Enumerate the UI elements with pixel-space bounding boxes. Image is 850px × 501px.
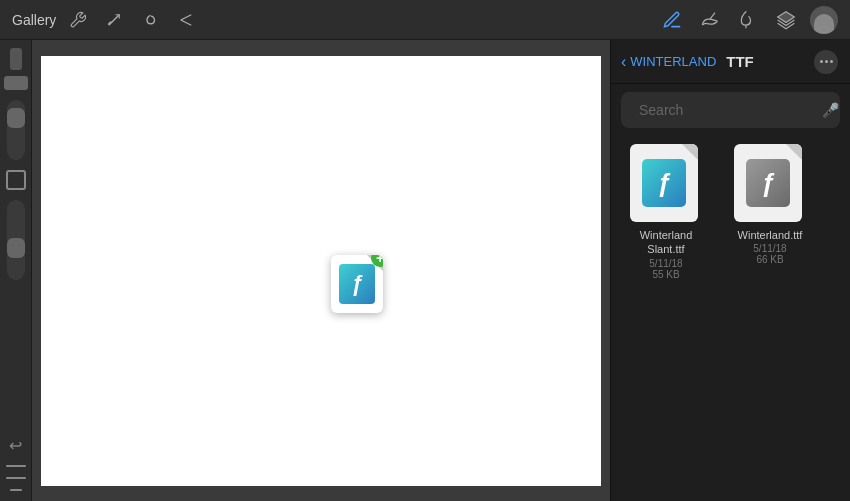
left-sidebar: ↩ <box>0 40 32 501</box>
svg-line-4 <box>710 12 715 19</box>
canvas[interactable] <box>41 56 601 486</box>
wrench-button[interactable] <box>64 6 92 34</box>
dots-circle <box>814 50 838 74</box>
file-date: 5/11/18 <box>649 258 682 269</box>
file-size: 55 KB <box>652 269 679 280</box>
script-icon <box>141 11 159 29</box>
list-item[interactable]: ƒ Winterland.ttf 5/11/18 66 KB <box>725 144 815 280</box>
svg-line-2 <box>181 14 192 19</box>
svg-line-0 <box>109 14 120 25</box>
wand-icon <box>105 11 123 29</box>
file-corner <box>682 144 698 160</box>
layers-icon[interactable] <box>772 6 800 34</box>
brush2-icon[interactable] <box>734 6 762 34</box>
slider1[interactable] <box>7 100 25 160</box>
gallery-button[interactable]: Gallery <box>12 12 56 28</box>
top-toolbar: Gallery <box>0 0 850 40</box>
search-bar: 🎤 <box>621 92 840 128</box>
font-letter-icon: ƒ <box>642 159 686 207</box>
script-button[interactable] <box>136 6 164 34</box>
main-area: ↩ ƒ + ‹ WINTERLAND TTF <box>0 40 850 501</box>
file-grid: ƒ Winterland Slant.ttf 5/11/18 55 KB ƒ W… <box>611 136 850 288</box>
small-rect-tool[interactable] <box>4 76 28 90</box>
font-letter-icon-gray: ƒ <box>746 159 790 207</box>
dragged-file[interactable]: ƒ + <box>327 255 387 325</box>
pen-icon[interactable] <box>658 6 686 34</box>
file-name: Winterland.ttf <box>738 228 803 242</box>
breadcrumb[interactable]: WINTERLAND <box>630 54 716 69</box>
svg-line-3 <box>181 20 192 25</box>
avatar[interactable] <box>810 6 838 34</box>
back-arrow[interactable]: ‹ <box>621 53 626 71</box>
wand-button[interactable] <box>100 6 128 34</box>
dot3 <box>830 60 833 63</box>
svg-marker-6 <box>778 11 795 22</box>
arrow-button[interactable] <box>172 6 200 34</box>
file-corner <box>786 144 802 160</box>
line-divider <box>6 465 26 467</box>
wrench-icon <box>69 11 87 29</box>
line-divider3 <box>10 489 22 491</box>
brush1-icon[interactable] <box>696 6 724 34</box>
right-panel: ‹ WINTERLAND TTF 🎤 <box>610 40 850 501</box>
file-icon-doc: ƒ <box>734 144 802 222</box>
toolbar-right <box>658 6 838 34</box>
search-input[interactable] <box>639 102 814 118</box>
dragged-file-icon: ƒ + <box>331 255 383 313</box>
file-icon-wrap: ƒ <box>630 144 702 224</box>
canvas-area: ƒ + <box>32 40 610 501</box>
line-divider2 <box>6 477 26 479</box>
font-icon: ƒ <box>339 264 375 304</box>
more-button[interactable] <box>812 48 840 76</box>
file-size: 66 KB <box>756 254 783 265</box>
panel-title: TTF <box>726 53 754 70</box>
toolbar-left: Gallery <box>12 6 200 34</box>
square-outline-tool[interactable] <box>6 170 26 190</box>
dot1 <box>820 60 823 63</box>
file-date: 5/11/18 <box>753 243 786 254</box>
list-item[interactable]: ƒ Winterland Slant.ttf 5/11/18 55 KB <box>621 144 711 280</box>
arrow-icon <box>177 11 195 29</box>
color-swatch-tool[interactable] <box>10 48 22 70</box>
dot2 <box>825 60 828 63</box>
file-icon-wrap: ƒ <box>734 144 806 224</box>
file-name: Winterland Slant.ttf <box>621 228 711 257</box>
panel-header: ‹ WINTERLAND TTF <box>611 40 850 84</box>
file-icon-doc: ƒ <box>630 144 698 222</box>
slider2[interactable] <box>7 200 25 280</box>
mic-icon[interactable]: 🎤 <box>822 102 839 118</box>
undo-button[interactable]: ↩ <box>4 433 28 457</box>
